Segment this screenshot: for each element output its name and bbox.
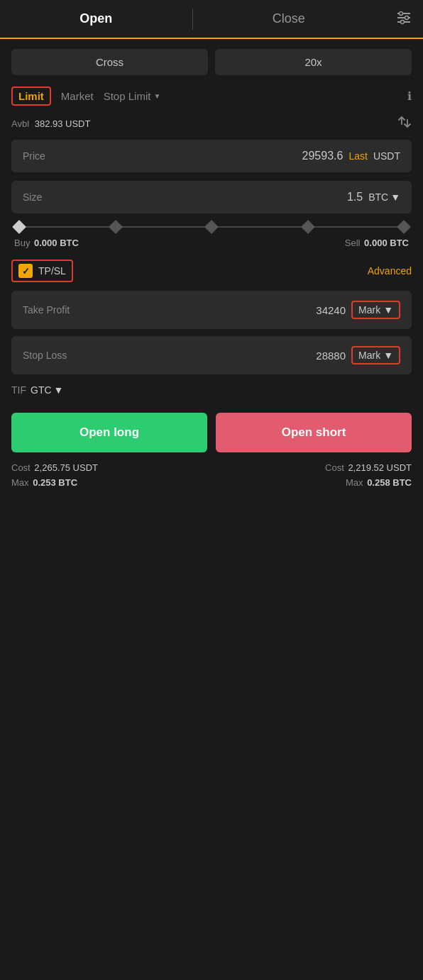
- long-cost-value: 2,265.75 USDT: [34, 462, 98, 473]
- order-type-limit[interactable]: Limit: [11, 87, 51, 106]
- sell-label: Sell 0.000 BTC: [345, 238, 409, 248]
- cost-row: Cost 2,265.75 USDT Cost 2,219.52 USDT: [11, 462, 412, 473]
- leverage-row: Cross 20x: [11, 49, 412, 75]
- leverage-button[interactable]: 20x: [215, 49, 412, 75]
- open-long-button[interactable]: Open long: [11, 413, 207, 452]
- take-profit-mark-dropdown[interactable]: Mark ▼: [351, 301, 400, 319]
- tpsl-label: TP/SL: [38, 265, 66, 277]
- price-right: 29593.6 Last USDT: [302, 150, 400, 162]
- svg-point-3: [400, 11, 403, 15]
- slider-track[interactable]: [14, 222, 409, 232]
- short-cost-value: 2,219.52 USDT: [348, 462, 412, 473]
- stop-loss-right: 28880 Mark ▼: [316, 346, 400, 364]
- slider-diamond-2[interactable]: [204, 220, 219, 234]
- info-icon[interactable]: ℹ: [407, 89, 412, 103]
- tpsl-toggle[interactable]: ✓ TP/SL: [11, 260, 73, 282]
- take-profit-field[interactable]: Take Profit 34240 Mark ▼: [11, 291, 412, 329]
- avbl-label: Avbl: [11, 118, 29, 129]
- price-unit: USDT: [373, 150, 400, 162]
- stop-loss-field[interactable]: Stop Loss 28880 Mark ▼: [11, 336, 412, 374]
- order-type-market[interactable]: Market: [61, 90, 94, 102]
- take-profit-mark-label: Mark: [358, 304, 380, 316]
- open-short-button[interactable]: Open short: [216, 413, 412, 452]
- stop-loss-label: Stop Loss: [23, 350, 67, 361]
- slider-diamond-4[interactable]: [397, 220, 411, 234]
- size-label: Size: [23, 191, 42, 203]
- svg-point-5: [401, 20, 405, 23]
- tif-dropdown[interactable]: GTC ▼: [31, 384, 63, 396]
- avbl-prefix: Avbl 382.93 USDT: [11, 118, 90, 129]
- stop-limit-arrow: ▼: [153, 92, 160, 100]
- advanced-link[interactable]: Advanced: [368, 265, 412, 277]
- take-profit-value: 34240: [316, 304, 346, 316]
- size-unit: BTC: [368, 191, 388, 203]
- stop-loss-value: 28880: [316, 350, 346, 362]
- slider-line-3: [216, 226, 303, 228]
- size-value: 1.5: [347, 191, 363, 204]
- top-tabs-container: Open Close: [0, 0, 423, 39]
- stop-loss-mark-label: Mark: [358, 350, 380, 361]
- stop-loss-mark-arrow: ▼: [383, 350, 393, 361]
- size-unit-arrow: ▼: [390, 191, 400, 203]
- settings-icon[interactable]: [385, 10, 423, 28]
- main-content: Cross 20x Limit Market Stop Limit ▼ ℹ Av…: [0, 39, 423, 498]
- slider-line-1: [24, 226, 111, 228]
- slider-diamond-0[interactable]: [12, 220, 26, 234]
- cross-button[interactable]: Cross: [11, 49, 208, 75]
- stop-limit-label: Stop Limit: [104, 90, 151, 102]
- avbl-row: Avbl 382.93 USDT: [11, 116, 412, 131]
- tab-open[interactable]: Open: [0, 0, 192, 38]
- stop-loss-mark-dropdown[interactable]: Mark ▼: [351, 346, 400, 364]
- order-type-row: Limit Market Stop Limit ▼ ℹ: [11, 87, 412, 106]
- take-profit-mark-arrow: ▼: [383, 304, 393, 316]
- tpsl-row: ✓ TP/SL Advanced: [11, 260, 412, 282]
- tif-arrow: ▼: [54, 384, 64, 396]
- price-label: Price: [23, 150, 45, 162]
- tif-row: TIF GTC ▼: [11, 384, 412, 396]
- price-field[interactable]: Price 29593.6 Last USDT: [11, 140, 412, 172]
- tab-close[interactable]: Close: [193, 0, 385, 38]
- buy-value: 0.000 BTC: [34, 238, 79, 248]
- take-profit-right: 34240 Mark ▼: [316, 301, 400, 319]
- slider-line-4: [313, 226, 400, 228]
- buy-label: Buy 0.000 BTC: [14, 238, 79, 248]
- short-max: Max 0.258 BTC: [346, 477, 412, 488]
- transfer-icon[interactable]: [397, 116, 412, 131]
- take-profit-label: Take Profit: [23, 304, 70, 316]
- slider-line-2: [121, 226, 207, 228]
- slider-diamond-3[interactable]: [301, 220, 315, 234]
- size-right: 1.5 BTC ▼: [347, 191, 400, 204]
- max-row: Max 0.253 BTC Max 0.258 BTC: [11, 477, 412, 488]
- action-buttons: Open long Open short: [11, 413, 412, 452]
- tif-label: TIF: [11, 384, 26, 396]
- svg-point-4: [405, 16, 409, 19]
- long-cost: Cost 2,265.75 USDT: [11, 462, 98, 473]
- size-field[interactable]: Size 1.5 BTC ▼: [11, 181, 412, 213]
- buy-sell-row: Buy 0.000 BTC Sell 0.000 BTC: [14, 238, 409, 248]
- slider-container: Buy 0.000 BTC Sell 0.000 BTC: [11, 222, 412, 248]
- slider-diamond-1[interactable]: [109, 220, 123, 234]
- long-max: Max 0.253 BTC: [11, 477, 77, 488]
- avbl-amount: 382.93 USDT: [35, 118, 91, 129]
- short-cost: Cost 2,219.52 USDT: [325, 462, 412, 473]
- short-max-value: 0.258 BTC: [367, 477, 412, 488]
- size-unit-dropdown[interactable]: BTC ▼: [368, 191, 400, 203]
- order-type-stop-limit[interactable]: Stop Limit ▼: [104, 90, 161, 102]
- tif-value: GTC: [31, 384, 52, 396]
- tpsl-checkbox[interactable]: ✓: [18, 264, 33, 278]
- long-max-value: 0.253 BTC: [33, 477, 77, 488]
- sell-value: 0.000 BTC: [364, 238, 409, 248]
- price-tag: Last: [348, 150, 367, 162]
- price-value: 29593.6: [302, 150, 344, 162]
